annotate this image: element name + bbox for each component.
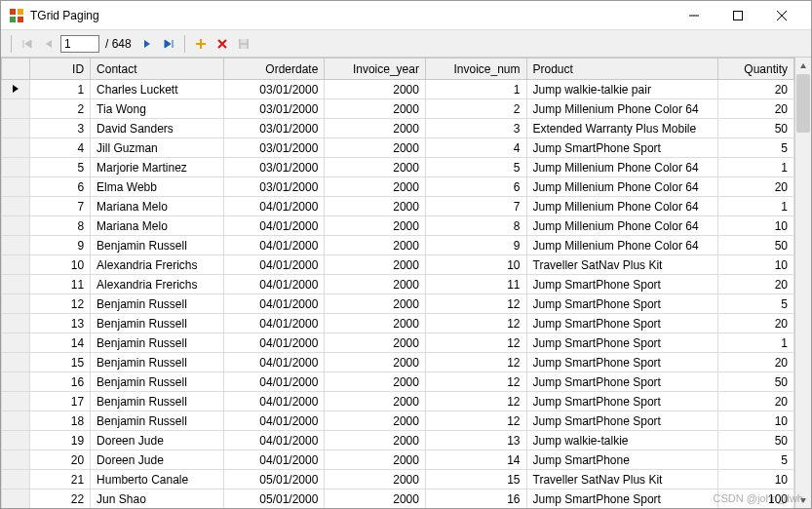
row-indicator[interactable] [2, 197, 30, 216]
cell-quantity[interactable]: 10 [718, 255, 794, 275]
cell-contact[interactable]: Alexandria Frerichs [91, 275, 224, 294]
cell-invoice-num[interactable]: 2 [425, 99, 526, 119]
row-indicator[interactable] [2, 99, 30, 119]
cell-contact[interactable]: Doreen Jude [91, 450, 224, 470]
cell-invoice-num[interactable]: 12 [425, 372, 526, 392]
minimize-button[interactable] [672, 1, 715, 29]
cell-invoice-num[interactable]: 13 [425, 431, 526, 450]
row-indicator[interactable] [2, 177, 30, 197]
cell-invoice-num[interactable]: 12 [425, 294, 526, 314]
table-row[interactable]: 17Benjamin Russell04/01/2000200012Jump S… [2, 392, 794, 411]
cell-product[interactable]: Jump SmartPhone Sport [526, 392, 718, 411]
cell-invoice-year[interactable]: 2000 [325, 372, 426, 392]
row-indicator[interactable] [2, 294, 30, 314]
cell-quantity[interactable]: 5 [718, 450, 794, 470]
col-invoice-year[interactable]: Invoice_year [325, 59, 426, 80]
cell-invoice-num[interactable]: 3 [425, 119, 526, 138]
cell-quantity[interactable]: 20 [718, 80, 794, 99]
row-indicator[interactable] [2, 314, 30, 333]
cell-orderdate[interactable]: 04/01/2000 [223, 314, 325, 333]
row-header-col[interactable] [2, 59, 30, 80]
cell-invoice-num[interactable]: 12 [425, 411, 526, 431]
cell-product[interactable]: Jump SmartPhone Sport [526, 353, 718, 372]
cell-contact[interactable]: Benjamin Russell [91, 314, 224, 333]
cell-id[interactable]: 18 [29, 411, 90, 431]
table-row[interactable]: 14Benjamin Russell04/01/2000200012Jump S… [2, 333, 794, 353]
cell-product[interactable]: Jump SmartPhone Sport [526, 333, 718, 353]
cell-orderdate[interactable]: 03/01/2000 [223, 138, 325, 158]
col-quantity[interactable]: Quantity [718, 59, 794, 80]
row-indicator[interactable] [2, 411, 30, 431]
cell-id[interactable]: 12 [29, 294, 90, 314]
cell-invoice-year[interactable]: 2000 [325, 99, 426, 119]
cell-contact[interactable]: Benjamin Russell [91, 411, 224, 431]
cell-invoice-year[interactable]: 2000 [325, 411, 426, 431]
cell-id[interactable]: 6 [29, 177, 90, 197]
cell-product[interactable]: Jump walkie-talkie pair [526, 80, 718, 99]
col-invoice-num[interactable]: Invoice_num [425, 59, 526, 80]
cell-id[interactable]: 2 [29, 99, 90, 119]
cell-contact[interactable]: Jun Shao [91, 489, 224, 509]
cell-contact[interactable]: David Sanders [91, 119, 224, 138]
cell-orderdate[interactable]: 04/01/2000 [223, 372, 325, 392]
cell-quantity[interactable]: 10 [718, 216, 794, 236]
add-button[interactable] [191, 34, 211, 54]
first-page-button[interactable] [18, 34, 37, 54]
cell-invoice-num[interactable]: 12 [425, 314, 526, 333]
cell-invoice-year[interactable]: 2000 [325, 236, 426, 255]
cell-product[interactable]: Jump Millenium Phone Color 64 [526, 236, 718, 255]
vertical-scrollbar[interactable] [794, 58, 811, 508]
cell-invoice-num[interactable]: 10 [425, 255, 526, 275]
cell-product[interactable]: Jump Millenium Phone Color 64 [526, 99, 718, 119]
cell-orderdate[interactable]: 04/01/2000 [223, 411, 325, 431]
cell-invoice-year[interactable]: 2000 [325, 294, 426, 314]
cell-product[interactable]: Jump Millenium Phone Color 64 [526, 177, 718, 197]
cell-id[interactable]: 3 [29, 119, 90, 138]
table-row[interactable]: 22Jun Shao05/01/2000200016Jump SmartPhon… [2, 489, 794, 509]
cell-product[interactable]: Jump walkie-talkie [526, 431, 718, 450]
row-indicator[interactable] [2, 216, 30, 236]
cell-contact[interactable]: Benjamin Russell [91, 236, 224, 255]
cell-contact[interactable]: Alexandria Frerichs [91, 255, 224, 275]
cell-quantity[interactable]: 10 [718, 470, 794, 489]
cell-id[interactable]: 15 [29, 353, 90, 372]
table-row[interactable]: 20Doreen Jude04/01/2000200014Jump SmartP… [2, 450, 794, 470]
table-row[interactable]: 4Jill Guzman03/01/200020004Jump SmartPho… [2, 138, 794, 158]
row-indicator[interactable] [2, 80, 30, 99]
cell-contact[interactable]: Mariana Melo [91, 216, 224, 236]
cell-orderdate[interactable]: 04/01/2000 [223, 255, 325, 275]
last-page-button[interactable] [159, 34, 178, 54]
table-row[interactable]: 3David Sanders03/01/200020003Extended Wa… [2, 119, 794, 138]
table-row[interactable]: 18Benjamin Russell04/01/2000200012Jump S… [2, 411, 794, 431]
page-input[interactable] [60, 35, 99, 53]
cell-orderdate[interactable]: 04/01/2000 [223, 431, 325, 450]
cell-contact[interactable]: Benjamin Russell [91, 372, 224, 392]
cell-quantity[interactable]: 20 [718, 353, 794, 372]
row-indicator[interactable] [2, 236, 30, 255]
delete-button[interactable] [213, 34, 232, 54]
cell-product[interactable]: Jump Millenium Phone Color 64 [526, 197, 718, 216]
table-row[interactable]: 1Charles Luckett03/01/200020001Jump walk… [2, 80, 794, 99]
cell-id[interactable]: 13 [29, 314, 90, 333]
cell-invoice-year[interactable]: 2000 [325, 119, 426, 138]
row-indicator[interactable] [2, 255, 30, 275]
cell-quantity[interactable]: 1 [718, 333, 794, 353]
cell-product[interactable]: Traveller SatNav Plus Kit [526, 470, 718, 489]
cell-invoice-num[interactable]: 4 [425, 138, 526, 158]
row-indicator[interactable] [2, 275, 30, 294]
cell-invoice-num[interactable]: 8 [425, 216, 526, 236]
table-row[interactable]: 12Benjamin Russell04/01/2000200012Jump S… [2, 294, 794, 314]
cell-contact[interactable]: Elma Webb [91, 177, 224, 197]
cell-product[interactable]: Jump SmartPhone Sport [526, 314, 718, 333]
cell-product[interactable]: Jump SmartPhone Sport [526, 411, 718, 431]
cell-orderdate[interactable]: 03/01/2000 [223, 80, 325, 99]
cell-quantity[interactable]: 50 [718, 372, 794, 392]
cell-product[interactable]: Traveller SatNav Plus Kit [526, 255, 718, 275]
cell-invoice-num[interactable]: 16 [425, 489, 526, 509]
cell-contact[interactable]: Benjamin Russell [91, 294, 224, 314]
cell-orderdate[interactable]: 04/01/2000 [223, 392, 325, 411]
cell-id[interactable]: 21 [29, 470, 90, 489]
cell-invoice-year[interactable]: 2000 [325, 275, 426, 294]
cell-contact[interactable]: Charles Luckett [91, 80, 224, 99]
cell-id[interactable]: 20 [29, 450, 90, 470]
